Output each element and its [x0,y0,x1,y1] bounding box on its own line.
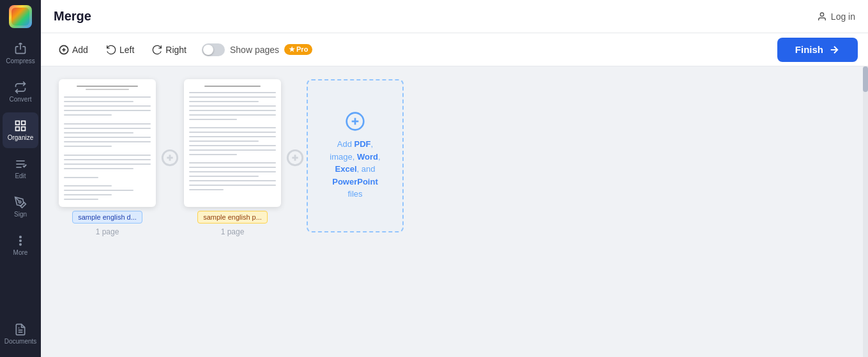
left-button[interactable]: Left [98,41,142,59]
canvas-area: sample english d... 1 page [41,66,868,357]
sidebar-more-label: More [13,249,28,256]
rotate-right-icon [152,45,162,55]
sidebar-item-sign[interactable]: Sign [3,189,38,225]
scrollbar-track [863,66,868,357]
add-dropzone-text: Add PDF, image, Word, Excel, and PowerPo… [330,138,380,201]
right-button[interactable]: Right [144,41,194,59]
show-pages-toggle-container: Show pages ★Pro [202,43,312,56]
doc1-wrapper: sample english d... 1 page [56,79,307,236]
sidebar-compress-label: Compress [6,57,35,65]
sidebar: Compress Convert Organize Edit [0,0,41,357]
svg-rect-2 [22,121,26,125]
sidebar-sign-label: Sign [14,211,27,218]
sidebar-convert-label: Convert [9,96,31,103]
pro-badge: ★Pro [284,44,312,55]
dropzone-comma3: , [378,152,381,162]
svg-point-10 [20,240,22,242]
dropzone-image: image [330,152,352,162]
doc1-page-count: 1 page [96,227,119,236]
svg-point-9 [20,236,22,238]
rotate-left-icon [106,45,116,55]
toggle-knob [203,45,213,55]
svg-point-11 [20,244,22,246]
sidebar-edit-label: Edit [15,172,26,179]
doc2-card[interactable]: sample english p... 1 page [181,79,284,236]
svg-rect-3 [16,127,20,131]
doc2-page-count: 1 page [221,227,245,236]
doc1-name-badge: sample english d... [72,211,142,224]
add-between-icon-2 [286,149,304,167]
add-between-2[interactable] [284,146,307,169]
dropzone-and: , and [357,164,376,174]
svg-rect-1 [16,121,20,125]
login-label: Log in [831,11,855,22]
user-icon [817,11,827,22]
dropzone-add-prefix: Add [337,139,354,149]
add-dropzone[interactable]: Add PDF, image, Word, Excel, and PowerPo… [307,79,404,232]
add-icon [59,45,69,55]
dropzone-word: Word [357,152,378,162]
add-between-1[interactable] [158,146,181,169]
finish-button[interactable]: Finish [777,38,858,62]
sidebar-item-convert[interactable]: Convert [3,74,38,110]
login-button[interactable]: Log in [817,11,855,22]
dropzone-suffix: files [347,189,362,199]
right-label: Right [165,45,187,55]
svg-point-14 [820,13,823,16]
doc1-card[interactable]: sample english d... 1 page [56,79,158,236]
add-between-icon-1 [161,149,179,167]
add-dropzone-icon [345,111,365,132]
header: Merge Log in [41,0,868,33]
dropzone-comma2: , [353,152,357,162]
sidebar-organize-label: Organize [8,134,34,141]
toolbar: Add Left Right Show pages ★Pro [41,33,868,66]
show-pages-label: Show pages [230,45,279,55]
dropzone-excel: Excel [335,164,357,174]
doc2-thumbnail [184,79,281,207]
sidebar-item-edit[interactable]: Edit [3,151,38,186]
sidebar-item-compress[interactable]: Compress [3,36,38,72]
scrollbar-thumb[interactable] [863,66,868,92]
doc2-name-badge: sample english p... [197,211,268,224]
add-button[interactable]: Add [51,41,96,59]
sidebar-documents-label: Documents [4,338,37,345]
svg-rect-4 [22,127,26,131]
dropzone-comma1: , [371,139,374,149]
finish-label: Finish [795,44,823,55]
sidebar-item-organize[interactable]: Organize [3,112,38,148]
dropzone-powerpoint: PowerPoint [332,177,378,186]
add-label: Add [72,45,88,55]
page-title: Merge [54,9,91,24]
main-content: Merge Log in Add Left [41,0,868,357]
dropzone-pdf: PDF [354,139,371,149]
sidebar-item-more[interactable]: More [3,227,38,263]
sidebar-item-documents[interactable]: Documents [3,316,38,352]
show-pages-toggle[interactable] [202,43,225,56]
star-icon: ★ [289,45,295,53]
svg-point-8 [19,201,21,203]
doc1-thumbnail [59,79,156,207]
left-label: Left [119,45,134,55]
app-logo[interactable] [9,5,32,28]
arrow-right-icon [828,44,840,56]
